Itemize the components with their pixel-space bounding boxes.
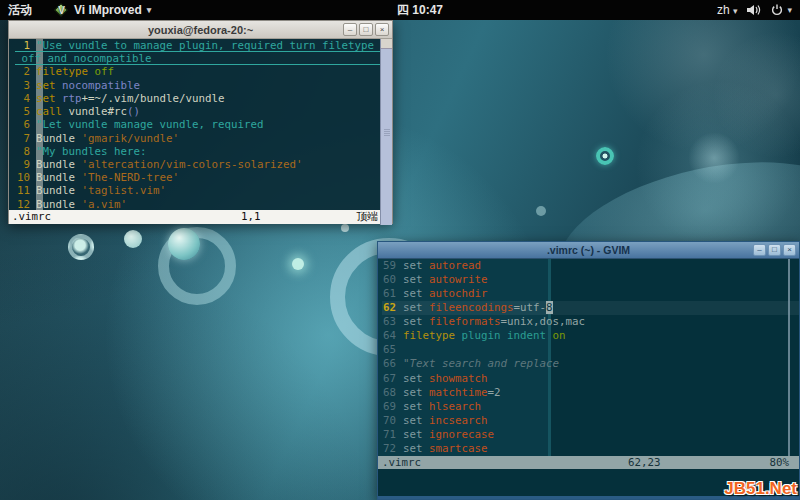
gvim-title: .vimrc (~) - GVIM (378, 244, 799, 256)
wallpaper-dot (341, 224, 349, 232)
activities-button[interactable]: 活动 (8, 2, 32, 19)
code-line: 62set fileencodings=utf-8 (382, 301, 799, 315)
code-line: 66"Text search and replace (382, 357, 799, 371)
statusline-scroll: 80% (769, 456, 789, 469)
volume-icon[interactable] (747, 4, 761, 16)
desktop: 活动 V Vi IMproved ▾ 四 10:47 zh ▾ ▾ (0, 0, 800, 500)
code-line: 64filetype plugin indent on (382, 329, 799, 343)
top-panel: 活动 V Vi IMproved ▾ 四 10:47 zh ▾ ▾ (0, 0, 800, 20)
vim-icon: V (54, 3, 69, 18)
vim-statusline: .vimrc 62,23 80% (378, 456, 799, 469)
code-line: 11Bundle 'taglist.vim' (15, 184, 382, 197)
wallpaper-bubble (168, 228, 200, 260)
wallpaper-bubble (124, 230, 142, 248)
close-button[interactable]: × (783, 244, 796, 256)
close-button[interactable]: × (375, 23, 389, 36)
statusline-filename: .vimrc (12, 210, 51, 224)
minimize-button[interactable]: – (343, 23, 357, 36)
code-line: 61set autochdir (382, 287, 799, 301)
code-line: 67set showmatch (382, 372, 799, 386)
code-line: 59set autoread (382, 259, 799, 273)
code-line: off and nocompatible (15, 52, 382, 65)
code-line: 4set rtp+=~/.vim/bundle/vundle (15, 92, 382, 105)
terminal-title: youxia@fedora-20:~ (9, 24, 392, 36)
maximize-button[interactable]: □ (359, 23, 373, 36)
statusline-scroll: 顶端 (356, 210, 378, 224)
code-line: 60set autowrite (382, 273, 799, 287)
code-line: 9Bundle 'altercation/vim-colors-solarize… (15, 158, 382, 171)
wallpaper-bubble (68, 234, 94, 260)
scrollbar-thumb[interactable] (384, 129, 390, 136)
code-line: 6"Let vundle manage vundle, required (15, 118, 382, 131)
chevron-down-icon: ▾ (147, 5, 152, 15)
statusline-filename: .vimrc (382, 456, 421, 469)
statusline-position: 1,1 (241, 210, 261, 224)
code-line: 1"Use vundle to manage plugin, required … (15, 39, 382, 52)
code-line: 63set fileformats=unix,dos,mac (382, 315, 799, 329)
chevron-down-icon: ▾ (733, 6, 738, 16)
app-menu[interactable]: V Vi IMproved ▾ (54, 3, 151, 18)
wallpaper-dot (292, 258, 304, 270)
scrollbar-up-button[interactable] (381, 39, 392, 49)
code-line: 2filetype off (15, 65, 382, 78)
wallpaper-glow (688, 132, 740, 184)
code-line: 70set incsearch (382, 414, 799, 428)
gvim-window: .vimrc (~) - GVIM – □ × 59set autoread60… (377, 241, 800, 500)
power-icon (771, 4, 783, 16)
code-line: 12Bundle 'a.vim' (15, 198, 382, 211)
code-line: 3set nocompatible (15, 79, 382, 92)
code-line: 68set matchtime=2 (382, 386, 799, 400)
terminal-window: youxia@fedora-20:~ – □ × 1"Use vundle to… (8, 20, 393, 224)
code-line: 8"My bundles here: (15, 145, 382, 158)
code-line: 10Bundle 'The-NERD-tree' (15, 171, 382, 184)
code-line: 65 (382, 343, 799, 357)
gvim-titlebar[interactable]: .vimrc (~) - GVIM – □ × (378, 242, 799, 259)
keyboard-layout-indicator[interactable]: zh ▾ (717, 3, 738, 17)
code-line: 5call vundle#rc() (15, 105, 382, 118)
wallpaper-dot (536, 206, 546, 216)
terminal-content[interactable]: 1"Use vundle to manage plugin, required … (9, 39, 392, 224)
code-line: 72set smartcase (382, 442, 799, 456)
terminal-titlebar[interactable]: youxia@fedora-20:~ – □ × (9, 21, 392, 39)
system-tray: zh ▾ ▾ (717, 0, 792, 20)
gvim-scrollbar[interactable] (788, 259, 790, 456)
power-menu[interactable]: ▾ (771, 4, 792, 16)
code-line: 71set ignorecase (382, 428, 799, 442)
minimize-button[interactable]: – (753, 244, 766, 256)
maximize-button[interactable]: □ (768, 244, 781, 256)
watermark: JB51.Net (724, 479, 797, 499)
app-menu-label: Vi IMproved (74, 3, 142, 17)
vim-buffer: 59set autoread60set autowrite61set autoc… (378, 259, 799, 456)
statusline-position: 62,23 (628, 456, 661, 469)
gvim-content[interactable]: 59set autoread60set autowrite61set autoc… (378, 259, 799, 456)
clock[interactable]: 四 10:47 (397, 0, 443, 20)
code-line: 69set hlsearch (382, 400, 799, 414)
chevron-down-icon: ▾ (787, 5, 792, 15)
vim-buffer: 1"Use vundle to manage plugin, required … (9, 39, 382, 211)
wallpaper-ring (596, 147, 614, 165)
terminal-scrollbar[interactable] (380, 39, 392, 225)
code-line: 7Bundle 'gmarik/vundle' (15, 132, 382, 145)
vim-statusline: .vimrc 1,1 顶端 (9, 210, 382, 224)
